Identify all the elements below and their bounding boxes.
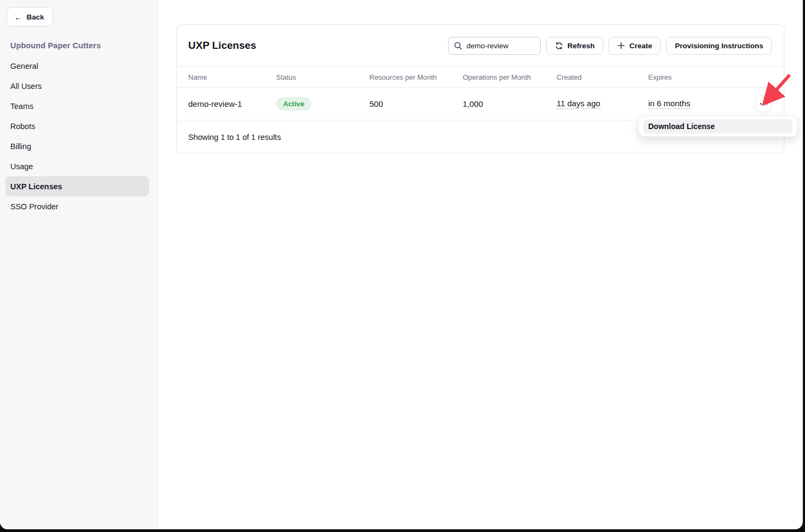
created-relative-time: 11 days ago	[557, 99, 600, 109]
column-header-expires: Expires	[648, 73, 746, 81]
menu-item-download-license[interactable]: Download License	[643, 119, 793, 133]
sidebar-item-billing[interactable]: Billing	[5, 136, 149, 156]
sidebar-item-teams[interactable]: Teams	[5, 96, 149, 116]
column-header-operations: Operations per Month	[463, 73, 557, 81]
sidebar-item-general[interactable]: General	[5, 56, 149, 76]
cell-operations: 1,000	[463, 99, 557, 108]
provisioning-instructions-label: Provisioning Instructions	[675, 42, 763, 50]
sidebar-item-sso-provider[interactable]: SSO Provider	[5, 196, 149, 216]
cell-created: 11 days ago	[557, 99, 648, 109]
cell-expires: in 6 months	[648, 99, 746, 109]
column-header-name: Name	[188, 73, 276, 81]
column-header-status: Status	[276, 73, 369, 81]
row-actions-menu: Download License	[638, 116, 797, 137]
cell-status: Active	[276, 97, 369, 111]
table-row: demo-review-1 Active 500 1,000 11 days a…	[177, 88, 784, 120]
search-box	[448, 37, 541, 55]
back-arrow-icon: ←	[14, 13, 22, 21]
search-input[interactable]	[467, 42, 535, 50]
refresh-icon	[555, 42, 563, 50]
back-button-label: Back	[27, 13, 44, 21]
toolbar: Refresh Create Provisioning Instructions	[448, 37, 772, 55]
sidebar-item-usage[interactable]: Usage	[5, 156, 149, 176]
search-icon	[454, 42, 462, 50]
back-button[interactable]: ← Back	[7, 7, 53, 27]
row-actions-menu-button[interactable]	[755, 95, 772, 112]
sidebar: ← Back Upbound Paper Cutters General All…	[0, 0, 158, 529]
results-count-text: Showing 1 to 1 of 1 results	[188, 133, 281, 142]
refresh-button[interactable]: Refresh	[546, 37, 603, 55]
sidebar-nav: General All Users Teams Robots Billing U…	[5, 56, 149, 216]
column-header-resources: Resources per Month	[369, 73, 463, 81]
page-title: UXP Licenses	[188, 40, 256, 52]
provisioning-instructions-button[interactable]: Provisioning Instructions	[666, 37, 772, 55]
create-button[interactable]: Create	[609, 37, 661, 55]
refresh-button-label: Refresh	[567, 42, 595, 50]
table-header: Name Status Resources per Month Operatio…	[177, 67, 784, 88]
cell-resources: 500	[369, 99, 463, 108]
column-header-created: Created	[557, 73, 648, 81]
sidebar-item-all-users[interactable]: All Users	[5, 76, 149, 96]
sidebar-item-robots[interactable]: Robots	[5, 116, 149, 136]
plus-icon	[617, 42, 625, 49]
app-window: ← Back Upbound Paper Cutters General All…	[0, 0, 803, 529]
cell-actions	[755, 95, 784, 112]
sidebar-item-uxp-licenses[interactable]: UXP Licenses	[5, 176, 149, 196]
expires-relative-time: in 6 months	[648, 99, 691, 109]
cell-name: demo-review-1	[188, 99, 276, 108]
status-badge: Active	[276, 97, 311, 111]
organization-heading: Upbound Paper Cutters	[10, 41, 101, 50]
card-header: UXP Licenses Refresh	[177, 25, 784, 67]
ellipsis-icon	[760, 103, 762, 105]
create-button-label: Create	[629, 42, 652, 50]
